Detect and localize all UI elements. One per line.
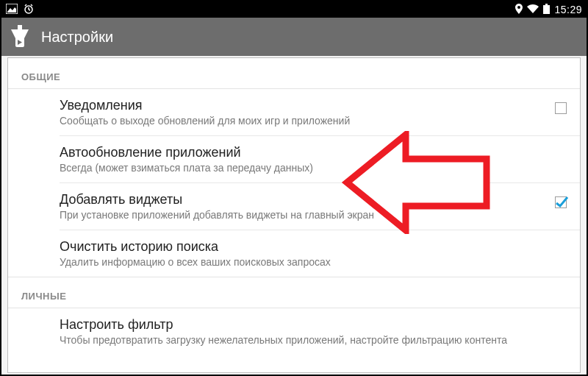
row-title: Очистить историю поиска [60, 239, 537, 255]
statusbar: 15:29 [1, 1, 587, 18]
row-title: Автообновление приложений [60, 145, 537, 160]
picture-icon [6, 4, 18, 16]
row-subtitle: Сообщать о выходе обновлений для моих иг… [60, 115, 537, 127]
svg-line-3 [29, 10, 30, 10]
row-subtitle: Удалить информацию о всех ваших поисковы… [60, 256, 537, 268]
section-header-personal: ЛИЧНЫЕ [8, 277, 580, 308]
svg-rect-6 [543, 5, 550, 14]
row-subtitle: При установке приложений добавлять видже… [60, 209, 537, 221]
row-subtitle: Чтобы предотвратить загрузку нежелательн… [60, 334, 537, 346]
appbar-title: Настройки [41, 29, 113, 46]
svg-line-4 [25, 4, 26, 6]
row-notifications[interactable]: Уведомления Сообщать о выходе обновлений… [8, 89, 580, 135]
row-subtitle: Всегда (может взиматься плата за передач… [60, 162, 537, 174]
status-clock: 15:29 [554, 4, 582, 15]
screen: 15:29 Настройки ОБЩИЕ Уведомления Сообща… [0, 0, 588, 376]
settings-list: ОБЩИЕ Уведомления Сообщать о выходе обно… [7, 57, 581, 373]
wifi-icon [527, 4, 539, 15]
row-title: Уведомления [60, 98, 537, 113]
checkbox-add-widgets[interactable] [555, 196, 567, 208]
row-configure-filter[interactable]: Настроить фильтр Чтобы предотвратить заг… [8, 308, 580, 355]
play-store-icon[interactable] [9, 25, 31, 49]
svg-line-5 [31, 4, 32, 6]
alarm-icon [24, 4, 34, 16]
svg-rect-9 [18, 25, 22, 29]
svg-marker-8 [11, 29, 29, 38]
row-autoupdate[interactable]: Автообновление приложений Всегда (может … [8, 136, 580, 182]
location-icon [515, 4, 523, 16]
row-add-widgets[interactable]: Добавлять виджеты При установке приложен… [8, 183, 580, 230]
battery-icon [543, 4, 550, 16]
section-header-general: ОБЩИЕ [8, 58, 580, 88]
row-title: Настроить фильтр [60, 317, 537, 333]
appbar: Настройки [1, 18, 587, 56]
row-clear-search[interactable]: Очистить историю поиска Удалить информац… [8, 230, 580, 277]
svg-rect-7 [545, 4, 548, 5]
checkbox-notifications[interactable] [555, 102, 567, 114]
row-title: Добавлять виджеты [60, 192, 537, 207]
